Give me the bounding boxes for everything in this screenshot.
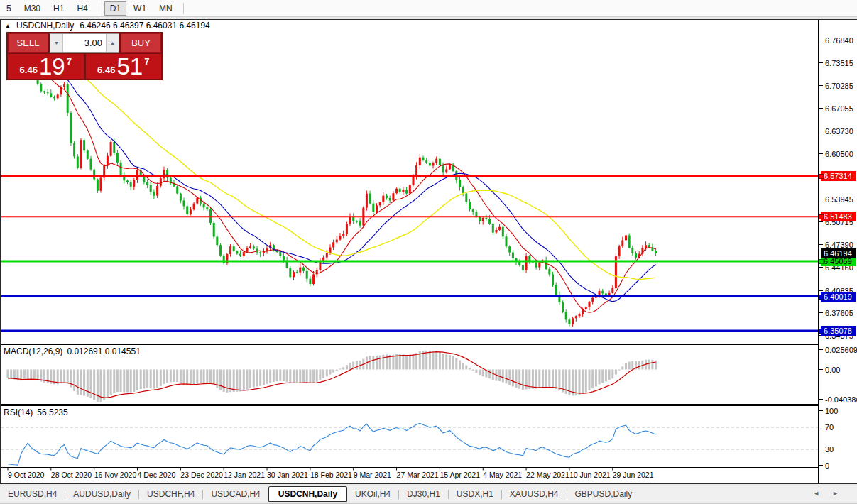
sell-price-button[interactable]: 6.46 19 7 [8, 54, 84, 79]
price-tick-label: 6.63730 [825, 127, 853, 136]
x-axis-date-label: 9 Oct 2020 [8, 471, 44, 479]
x-axis-date-label: 4 May 2021 [483, 471, 522, 479]
volume-control: ▼ ▲ [50, 33, 119, 53]
tabs-scroll-right-icon[interactable]: ► [832, 490, 839, 497]
tab-ukoil-h4[interactable]: UKOil,H4 [347, 487, 398, 501]
timeframe-button-5[interactable]: 5 [1, 1, 17, 16]
chart-title: ▲ USDCNH,Daily 6.46246 6.46397 6.46031 6… [5, 21, 210, 31]
x-axis-date-label: 23 Dec 2020 [180, 471, 223, 479]
timeframe-button-h1[interactable]: H1 [48, 1, 70, 16]
x-axis-date-label: 18 Feb 2021 [310, 471, 352, 479]
buy-price-handle: 6.46 [97, 65, 115, 75]
price-tick-label: 6.76840 [825, 36, 853, 45]
rsi-tick-label: 100 [825, 407, 838, 415]
sell-price-pip-digit: 7 [67, 56, 72, 67]
price-scale[interactable]: 6.768406.735156.702856.670556.637306.605… [818, 20, 857, 483]
mt4-terminal: 5M30H1H4D1W1MN ▲ USDCNH,Daily 6.46246 6.… [0, 0, 857, 504]
x-axis-date-label: 22 May 2021 [526, 471, 569, 479]
rsi-tick-label: 0 [825, 461, 829, 470]
macd-indicator-label: MACD(12,26,9)0.012691 0.014551 [4, 346, 141, 356]
tab-dj30-h1[interactable]: DJ30,H1 [399, 487, 448, 501]
tabs-scroll-left-icon[interactable]: ◄ [813, 490, 819, 497]
x-axis-date-label: 10 Jun 2021 [569, 471, 611, 479]
collapse-panel-icon[interactable]: ▲ [5, 23, 11, 29]
level-price-label: 6.57314 [821, 171, 856, 181]
volume-decrease-button[interactable]: ▼ [50, 34, 63, 52]
one-click-trading-panel: SELL ▼ ▲ BUY 6.46 19 7 6.46 51 7 [6, 32, 163, 80]
sell-button[interactable]: SELL [8, 33, 48, 53]
rsi-tick-label: 70 [825, 423, 834, 432]
x-axis-date-label: 9 Mar 2021 [354, 471, 391, 479]
level-price-label: 6.40019 [821, 292, 856, 302]
sell-price-handle: 6.46 [20, 65, 38, 75]
x-axis-date-label: 15 Apr 2021 [440, 471, 480, 479]
chart-tabs: EURUSD,H4AUDUSD,DailyUSDCHF,H4USDCAD,H4U… [0, 486, 640, 502]
timeframe-toolbar: 5M30H1H4D1W1MN [0, 0, 857, 17]
ma-fast-line [8, 53, 656, 312]
buy-price-pip-digit: 7 [144, 56, 149, 67]
macd-layer [7, 351, 657, 402]
tab-usdcad-h4[interactable]: USDCAD,H4 [203, 487, 268, 501]
x-axis-date-label: 28 Oct 2020 [51, 471, 92, 479]
timeframe-button-h4[interactable]: H4 [71, 1, 93, 16]
volume-input[interactable] [63, 34, 106, 52]
chart-window: ▲ USDCNH,Daily 6.46246 6.46397 6.46031 6… [0, 19, 857, 484]
x-axis-date-label: 30 Jan 2021 [267, 471, 308, 479]
timeframe-button-d1[interactable]: D1 [104, 1, 126, 16]
rsi-indicator-label: RSI(14)56.5235 [4, 407, 68, 417]
toolbar-separator [183, 3, 184, 14]
chart-symbol-label: USDCNH,Daily [16, 21, 74, 31]
x-axis-date-label: 12 Jan 2021 [224, 471, 265, 479]
x-axis-date-label: 29 Jun 2021 [613, 471, 654, 479]
x-axis-date-label: 16 Nov 2020 [94, 471, 137, 479]
tab-audusd-daily[interactable]: AUDUSD,Daily [65, 487, 138, 501]
rsi-layer [1, 423, 818, 465]
tab-eurusd-h4[interactable]: EURUSD,H4 [0, 487, 65, 501]
rsi-tick-label: 30 [825, 445, 834, 454]
tab-usdchf-h4[interactable]: USDCHF,H4 [139, 487, 202, 501]
volume-increase-button[interactable]: ▲ [106, 34, 119, 52]
buy-price-big-digits: 51 [116, 56, 143, 77]
tabs-scroll-nav: ◄ ► [813, 490, 839, 497]
price-tick-label: 6.70285 [825, 82, 853, 90]
tab-gbpusd-daily[interactable]: GBPUSD,Daily [567, 487, 640, 501]
tab-xauusd-h4[interactable]: XAUUSD,H4 [502, 487, 567, 501]
timeframe-button-mn[interactable]: MN [153, 1, 178, 16]
buy-price-button[interactable]: 6.46 51 7 [86, 54, 162, 79]
price-chart[interactable] [1, 20, 818, 483]
price-tick-label: 6.37605 [825, 309, 853, 317]
macd-tick-label: 0.00 [825, 366, 840, 374]
rsi-line [8, 423, 656, 465]
price-tick-label: 6.53945 [825, 195, 853, 204]
price-tick-label: 6.67055 [825, 104, 853, 113]
toolbar-separator [99, 3, 99, 14]
time-scale[interactable]: 9 Oct 202028 Oct 202016 Nov 20204 Dec 20… [1, 470, 817, 482]
timeframe-button-w1[interactable]: W1 [128, 1, 152, 16]
chart-ohlc-values: 6.46246 6.46397 6.46031 6.46194 [80, 21, 210, 31]
level-price-label: 6.35078 [821, 326, 856, 336]
chart-tabs-bar: EURUSD,H4AUDUSD,DailyUSDCHF,H4USDCAD,H4U… [0, 486, 857, 502]
timeframe-button-m30[interactable]: M30 [18, 1, 46, 16]
price-tick-label: 6.60500 [825, 150, 853, 158]
current-price-label: 6.46194 [821, 248, 856, 258]
macd-tick-label: 0.025609 [825, 346, 857, 354]
sell-price-big-digits: 19 [39, 56, 65, 77]
macd-tick-label: -0.040386 [825, 395, 857, 404]
level-price-label: 6.51483 [821, 212, 856, 221]
tab-usdx-h1[interactable]: USDX,H1 [449, 487, 501, 501]
buy-button[interactable]: BUY [121, 33, 161, 53]
tab-usdcnh-daily[interactable]: USDCNH,Daily [268, 486, 347, 502]
price-tick-label: 6.73515 [825, 59, 853, 67]
x-axis-date-label: 27 Mar 2021 [397, 471, 439, 479]
x-axis-date-label: 4 Dec 2020 [138, 471, 176, 479]
